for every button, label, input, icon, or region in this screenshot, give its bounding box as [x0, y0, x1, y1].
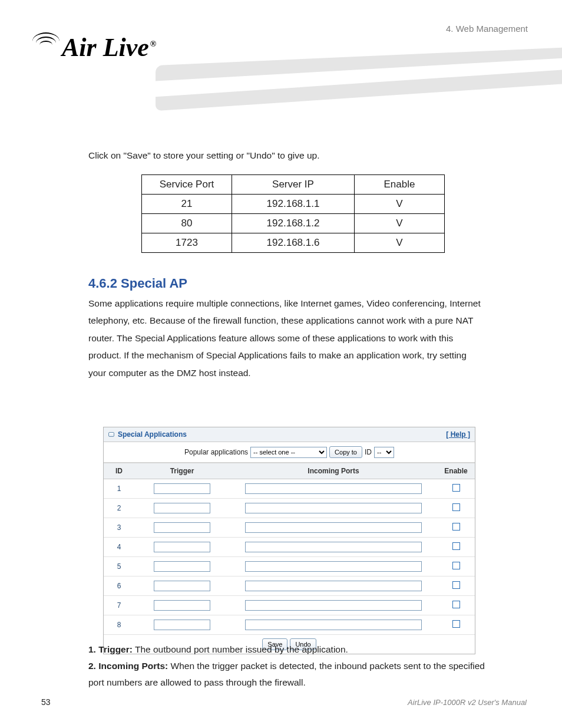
app-row: 5	[104, 557, 475, 577]
popular-apps-select[interactable]: -- select one --	[250, 447, 327, 458]
app-row: 4	[104, 538, 475, 557]
trigger-input[interactable]	[154, 503, 210, 513]
incoming-input[interactable]	[245, 620, 422, 630]
id-label: ID	[365, 448, 372, 456]
col-id: ID	[104, 463, 134, 479]
panel-icon	[108, 432, 114, 437]
enable-checkbox[interactable]	[452, 542, 460, 550]
incoming-input[interactable]	[245, 542, 422, 552]
col-server-ip: Server IP	[232, 175, 355, 195]
col-enable: Enable	[437, 463, 475, 479]
panel-title: Special Applications	[118, 430, 187, 439]
footer-text: AirLive IP-1000R v2 User's Manual	[408, 698, 527, 707]
copy-to-button[interactable]: Copy to	[329, 446, 362, 458]
popular-apps-label: Popular applications	[184, 448, 248, 456]
enable-checkbox[interactable]	[452, 484, 460, 492]
enable-checkbox[interactable]	[452, 620, 460, 628]
incoming-input[interactable]	[245, 561, 422, 572]
section-paragraph: Some applications require multiple conne…	[88, 295, 485, 381]
col-trigger: Trigger	[134, 463, 230, 479]
page-number: 53	[41, 697, 51, 707]
table-row: 21192.168.1.1V	[142, 195, 445, 214]
special-applications-panel: Special Applications [ Help ] Popular ap…	[103, 427, 475, 654]
incoming-input[interactable]	[245, 600, 422, 611]
app-row: 7	[104, 596, 475, 615]
help-link[interactable]: [ Help ]	[446, 430, 470, 439]
enable-checkbox[interactable]	[452, 562, 460, 569]
col-enable: Enable	[355, 175, 445, 195]
intro-paragraph: Click on "Save" to store your setting or…	[88, 150, 319, 162]
enable-checkbox[interactable]	[452, 581, 460, 589]
trigger-input[interactable]	[154, 600, 210, 611]
enable-checkbox[interactable]	[452, 503, 460, 511]
id-select[interactable]: --	[374, 447, 394, 458]
bullet-2: 2. Incoming Ports: When the trigger pack…	[88, 658, 485, 691]
trigger-input[interactable]	[154, 542, 210, 552]
bullet-1: 1. Trigger: The outbound port number iss…	[88, 644, 485, 656]
app-row: 8	[104, 615, 475, 635]
app-row: 2	[104, 499, 475, 518]
app-row: 6	[104, 577, 475, 596]
incoming-input[interactable]	[245, 483, 422, 494]
incoming-input[interactable]	[245, 581, 422, 591]
brand-logo: Air Live®	[32, 32, 156, 62]
table-row: 1723192.168.1.6V	[142, 233, 445, 253]
app-row: 1	[104, 479, 475, 499]
trigger-input[interactable]	[154, 581, 210, 591]
enable-checkbox[interactable]	[452, 601, 460, 608]
trigger-input[interactable]	[154, 522, 210, 533]
incoming-input[interactable]	[245, 522, 422, 533]
chapter-title: 4. Web Management	[446, 24, 528, 34]
app-row: 3	[104, 518, 475, 538]
col-service-port: Service Port	[142, 175, 232, 195]
trigger-input[interactable]	[154, 620, 210, 630]
section-heading: 4.6.2 Special AP	[88, 275, 187, 292]
wifi-icon	[32, 32, 59, 54]
trigger-input[interactable]	[154, 483, 210, 494]
port-mapping-table: Service Port Server IP Enable 21192.168.…	[141, 174, 445, 253]
trigger-input[interactable]	[154, 561, 210, 572]
incoming-input[interactable]	[245, 503, 422, 513]
enable-checkbox[interactable]	[452, 523, 460, 531]
col-incoming: Incoming Ports	[230, 463, 437, 479]
header-decoration	[156, 56, 562, 97]
table-row: 80192.168.1.2V	[142, 214, 445, 233]
